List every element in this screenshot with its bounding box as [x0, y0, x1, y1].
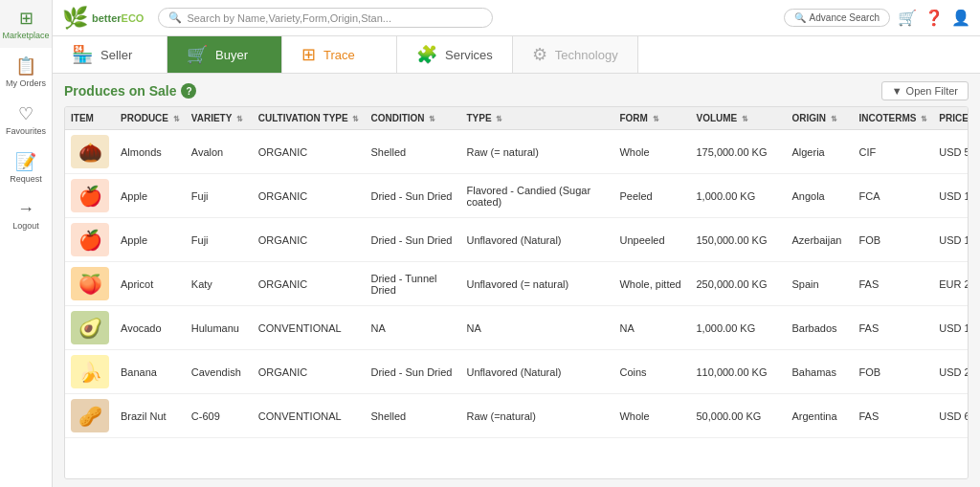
content-area: Produces on Sale ? ▼ Open Filter ITEM PR…	[53, 74, 980, 487]
cell-condition-1: Dried - Sun Dried	[365, 174, 460, 218]
my-orders-icon: 📋	[15, 55, 36, 77]
cell-volume-6: 50,000.00 KG	[690, 394, 786, 438]
cell-type-0: Raw (= natural)	[460, 130, 613, 174]
col-produce[interactable]: PRODUCE ⇅	[115, 107, 186, 130]
cell-incoterms-6: FAS	[853, 394, 933, 438]
cell-variety-1: Fuji	[186, 174, 253, 218]
col-origin[interactable]: ORIGIN ⇅	[786, 107, 853, 130]
open-filter-button[interactable]: ▼ Open Filter	[881, 81, 969, 100]
table-row[interactable]: 🥑 Avocado Hulumanu CONVENTIONAL NA NA NA…	[65, 306, 969, 350]
cell-variety-4: Hulumanu	[186, 306, 253, 350]
cell-cultivation-3: ORGANIC	[253, 262, 366, 306]
sidebar-item-marketplace[interactable]: ⊞ Marketplace	[0, 0, 52, 48]
cell-condition-6: Shelled	[365, 394, 460, 438]
sidebar: ⊞ Marketplace 📋 My Orders ♡ Favourites 📝…	[0, 0, 53, 487]
filter-icon: ▼	[892, 85, 902, 97]
open-filter-label: Open Filter	[906, 85, 958, 97]
col-condition[interactable]: CONDITION ⇅	[365, 107, 460, 130]
cell-price-0: USD 5.25/KG	[933, 130, 969, 174]
tab-services[interactable]: 🧩 Services	[397, 36, 513, 73]
table-row[interactable]: 🍎 Apple Fuji ORGANIC Dried - Sun Dried F…	[65, 174, 969, 218]
tab-buyer[interactable]: 🛒 Buyer	[167, 36, 282, 73]
col-form[interactable]: FORM ⇅	[613, 107, 690, 130]
produce-image-6: 🥜	[71, 399, 109, 432]
sidebar-label-marketplace: Marketplace	[2, 31, 49, 40]
technology-icon: ⚙	[532, 44, 547, 65]
cell-condition-5: Dried - Sun Dried	[365, 350, 460, 394]
buyer-icon: 🛒	[187, 44, 208, 65]
tab-technology[interactable]: ⚙ Technology	[513, 36, 638, 73]
search-bar[interactable]: 🔍 Search by Name,Variety,Form,Origin,Sta…	[158, 8, 493, 28]
services-icon: 🧩	[416, 44, 437, 65]
cell-cultivation-1: ORGANIC	[253, 174, 366, 218]
user-icon[interactable]: 👤	[951, 9, 970, 27]
tab-trace[interactable]: ⊞ Trace	[282, 36, 397, 73]
cell-origin-0: Algeria	[786, 130, 853, 174]
trace-label: Trace	[323, 48, 355, 62]
sidebar-label-my-orders: My Orders	[6, 78, 46, 88]
cell-item-3: 🍑	[65, 262, 115, 306]
cell-form-3: Whole, pitted	[613, 262, 690, 306]
cell-cultivation-2: ORGANIC	[253, 218, 366, 262]
produce-image-1: 🍎	[71, 179, 109, 212]
sidebar-item-my-orders[interactable]: 📋 My Orders	[0, 48, 52, 96]
buyer-label: Buyer	[215, 48, 248, 62]
cell-condition-4: NA	[365, 306, 460, 350]
cell-produce-5: Banana	[115, 350, 186, 394]
produce-image-2: 🍎	[71, 223, 109, 256]
cart-icon[interactable]: 🛒	[898, 9, 917, 27]
trace-icon: ⊞	[301, 44, 316, 65]
cell-type-5: Unflavored (Natural)	[460, 350, 613, 394]
table-row[interactable]: 🍑 Apricot Katy ORGANIC Dried - Tunnel Dr…	[65, 262, 969, 306]
col-type[interactable]: TYPE ⇅	[460, 107, 613, 130]
search-icon: 🔍	[168, 11, 182, 24]
section-header: Produces on Sale ? ▼ Open Filter	[64, 81, 969, 100]
cell-incoterms-2: FOB	[853, 218, 933, 262]
cell-origin-4: Barbados	[786, 306, 853, 350]
help-icon[interactable]: ❓	[924, 9, 944, 27]
table-row[interactable]: 🥜 Brazil Nut C-609 CONVENTIONAL Shelled …	[65, 394, 969, 438]
cell-volume-2: 150,000.00 KG	[690, 218, 786, 262]
sidebar-item-logout[interactable]: → Logout	[0, 191, 52, 238]
cell-type-1: Flavored - Candied (Sugar coated)	[460, 174, 613, 218]
advance-search-button[interactable]: 🔍 Advance Search	[784, 9, 890, 27]
cell-form-6: Whole	[613, 394, 690, 438]
cell-origin-3: Spain	[786, 262, 853, 306]
table-header: ITEM PRODUCE ⇅ VARIETY ⇅ CULTIVATION TYP…	[65, 107, 969, 130]
request-icon: 📝	[15, 151, 36, 172]
table-row[interactable]: 🍎 Apple Fuji ORGANIC Dried - Sun Dried U…	[65, 218, 969, 262]
col-volume[interactable]: VOLUME ⇅	[690, 107, 786, 130]
cell-produce-1: Apple	[115, 174, 186, 218]
sidebar-label-favourites: Favourites	[6, 126, 46, 136]
cell-form-5: Coins	[613, 350, 690, 394]
cell-condition-0: Shelled	[365, 130, 460, 174]
sidebar-item-request[interactable]: 📝 Request	[0, 144, 52, 191]
table-row[interactable]: 🌰 Almonds Avalon ORGANIC Shelled Raw (= …	[65, 130, 969, 174]
col-cultivation[interactable]: CULTIVATION TYPE ⇅	[253, 107, 366, 130]
cell-type-4: NA	[460, 306, 613, 350]
cell-price-6: USD 6.55/KG	[933, 394, 969, 438]
col-incoterms[interactable]: INCOTERMS ⇅	[853, 107, 933, 130]
col-variety[interactable]: VARIETY ⇅	[186, 107, 253, 130]
cell-price-4: USD 12.50/KG	[933, 306, 969, 350]
tab-seller[interactable]: 🏪 Seller	[53, 36, 167, 73]
cell-form-0: Whole	[613, 130, 690, 174]
cell-incoterms-0: CIF	[853, 130, 933, 174]
col-price[interactable]: PRICE ⇅	[933, 107, 969, 130]
search-placeholder: Search by Name,Variety,Form,Origin,Stan.…	[187, 12, 391, 24]
cell-volume-5: 110,000.00 KG	[690, 350, 786, 394]
col-item[interactable]: ITEM	[65, 107, 115, 130]
table-row[interactable]: 🍌 Banana Cavendish ORGANIC Dried - Sun D…	[65, 350, 969, 394]
cell-produce-6: Brazil Nut	[115, 394, 186, 438]
produces-table-wrapper: ITEM PRODUCE ⇅ VARIETY ⇅ CULTIVATION TYP…	[64, 106, 969, 479]
cell-item-1: 🍎	[65, 174, 115, 218]
marketplace-icon: ⊞	[19, 8, 33, 29]
sidebar-item-favourites[interactable]: ♡ Favourites	[0, 96, 52, 144]
cell-price-5: USD 2.25/KG	[933, 350, 969, 394]
cell-variety-2: Fuji	[186, 218, 253, 262]
cell-variety-5: Cavendish	[186, 350, 253, 394]
produce-image-4: 🥑	[71, 311, 109, 344]
section-help-icon[interactable]: ?	[181, 83, 196, 99]
table-body: 🌰 Almonds Avalon ORGANIC Shelled Raw (= …	[65, 130, 969, 438]
logo-text: betterECO	[92, 12, 144, 24]
